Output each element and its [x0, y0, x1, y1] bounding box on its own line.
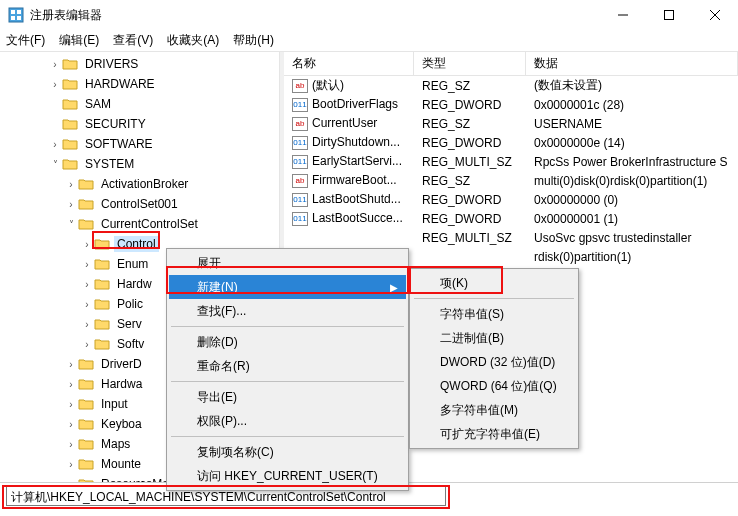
menu-expand[interactable]: 展开	[169, 251, 406, 275]
binary-value-icon: 011	[292, 98, 308, 112]
tree-item[interactable]: ›ControlSet001	[0, 194, 279, 214]
cell-name: ab(默认)	[284, 77, 414, 94]
titlebar: 注册表编辑器	[0, 0, 738, 30]
tree-expand-icon[interactable]: ›	[64, 199, 78, 210]
tree-expand-icon[interactable]: ›	[64, 459, 78, 470]
menu-view[interactable]: 查看(V)	[113, 32, 153, 49]
close-button[interactable]	[692, 0, 738, 30]
tree-item[interactable]: ˅CurrentControlSet	[0, 214, 279, 234]
cell-data: RpcSs Power BrokerInfrastructure S	[526, 155, 738, 169]
menu-favorites[interactable]: 收藏夹(A)	[167, 32, 219, 49]
svg-rect-2	[17, 10, 21, 14]
menu-help[interactable]: 帮助(H)	[233, 32, 274, 49]
svg-rect-6	[665, 11, 674, 20]
cell-type: REG_SZ	[414, 79, 526, 93]
menu-permissions[interactable]: 权限(P)...	[169, 409, 406, 433]
svg-rect-1	[11, 10, 15, 14]
menu-new-qword[interactable]: QWORD (64 位)值(Q)	[412, 374, 576, 398]
list-row[interactable]: 011DirtyShutdown...REG_DWORD0x0000000e (…	[284, 133, 738, 152]
tree-expand-icon[interactable]: ›	[80, 259, 94, 270]
menu-new-binary[interactable]: 二进制值(B)	[412, 326, 576, 350]
tree-expand-icon[interactable]: ›	[80, 239, 94, 250]
tree-item[interactable]: SAM	[0, 94, 279, 114]
tree-expand-icon[interactable]: ›	[64, 379, 78, 390]
maximize-button[interactable]	[646, 0, 692, 30]
tree-item-label: SOFTWARE	[82, 136, 156, 152]
tree-expand-icon[interactable]: ›	[80, 319, 94, 330]
cell-name: 011EarlyStartServi...	[284, 154, 414, 169]
list-row[interactable]: REG_MULTI_SZUsoSvc gpsvc trustedinstalle…	[284, 228, 738, 247]
tree-expand-icon[interactable]: ›	[48, 139, 62, 150]
column-header-data[interactable]: 数据	[526, 52, 738, 75]
minimize-button[interactable]	[600, 0, 646, 30]
tree-expand-icon[interactable]: ›	[64, 399, 78, 410]
cell-name: abFirmwareBoot...	[284, 173, 414, 188]
tree-expand-icon[interactable]: ›	[48, 79, 62, 90]
list-row[interactable]: 011BootDriverFlagsREG_DWORD0x0000001c (2…	[284, 95, 738, 114]
list-row[interactable]: 011LastBootShutd...REG_DWORD0x00000000 (…	[284, 190, 738, 209]
tree-item[interactable]: ˅SYSTEM	[0, 154, 279, 174]
menubar: 文件(F) 编辑(E) 查看(V) 收藏夹(A) 帮助(H)	[0, 30, 738, 52]
tree-expand-icon[interactable]: ›	[64, 419, 78, 430]
svg-rect-3	[11, 16, 15, 20]
tree-item-label: Control	[114, 236, 159, 252]
tree-item[interactable]: SECURITY	[0, 114, 279, 134]
tree-collapse-icon[interactable]: ˅	[64, 219, 78, 230]
tree-item-label: Softv	[114, 336, 147, 352]
tree-item[interactable]: ›SOFTWARE	[0, 134, 279, 154]
folder-icon	[94, 257, 110, 271]
cell-type: REG_SZ	[414, 117, 526, 131]
tree-collapse-icon[interactable]: ˅	[48, 159, 62, 170]
menu-edit[interactable]: 编辑(E)	[59, 32, 99, 49]
context-submenu-new: 项(K) 字符串值(S) 二进制值(B) DWORD (32 位)值(D) QW…	[409, 268, 579, 449]
tree-item-label: Hardwa	[98, 376, 145, 392]
menu-copy-key-name[interactable]: 复制项名称(C)	[169, 440, 406, 464]
tree-expand-icon[interactable]: ›	[64, 179, 78, 190]
menu-goto-hkcu[interactable]: 访问 HKEY_CURRENT_USER(T)	[169, 464, 406, 488]
tree-expand-icon[interactable]: ›	[80, 339, 94, 350]
menu-delete[interactable]: 删除(D)	[169, 330, 406, 354]
menu-new-string[interactable]: 字符串值(S)	[412, 302, 576, 326]
tree-item[interactable]: ›DRIVERS	[0, 54, 279, 74]
tree-item-label: Mounte	[98, 456, 144, 472]
menu-separator	[414, 298, 574, 299]
list-row[interactable]: abFirmwareBoot...REG_SZmulti(0)disk(0)rd…	[284, 171, 738, 190]
column-header-type[interactable]: 类型	[414, 52, 526, 75]
list-row[interactable]: abCurrentUserREG_SZUSERNAME	[284, 114, 738, 133]
tree-expand-icon[interactable]: ›	[64, 359, 78, 370]
menu-file[interactable]: 文件(F)	[6, 32, 45, 49]
menu-find[interactable]: 查找(F)...	[169, 299, 406, 323]
cell-type: REG_DWORD	[414, 212, 526, 226]
menu-new-multistring[interactable]: 多字符串值(M)	[412, 398, 576, 422]
folder-icon	[62, 57, 78, 71]
column-header-name[interactable]: 名称	[284, 52, 414, 75]
tree-expand-icon[interactable]: ›	[64, 439, 78, 450]
tree-expand-icon[interactable]: ›	[48, 59, 62, 70]
cell-type: REG_DWORD	[414, 136, 526, 150]
menu-separator	[171, 436, 404, 437]
list-row[interactable]: 011EarlyStartServi...REG_MULTI_SZRpcSs P…	[284, 152, 738, 171]
regedit-app-icon	[8, 7, 24, 23]
menu-new-key[interactable]: 项(K)	[412, 271, 576, 295]
cell-data: 0x0000001c (28)	[526, 98, 738, 112]
list-row[interactable]: ab(默认)REG_SZ(数值未设置)	[284, 76, 738, 95]
folder-icon	[78, 397, 94, 411]
menu-new-dword[interactable]: DWORD (32 位)值(D)	[412, 350, 576, 374]
folder-icon	[78, 417, 94, 431]
tree-expand-icon[interactable]: ›	[80, 279, 94, 290]
menu-rename[interactable]: 重命名(R)	[169, 354, 406, 378]
tree-item[interactable]: ›HARDWARE	[0, 74, 279, 94]
string-value-icon: ab	[292, 117, 308, 131]
folder-icon	[62, 137, 78, 151]
list-row[interactable]: 011LastBootSucce...REG_DWORD0x00000001 (…	[284, 209, 738, 228]
tree-expand-icon[interactable]: ›	[80, 299, 94, 310]
cell-type: REG_DWORD	[414, 193, 526, 207]
menu-export[interactable]: 导出(E)	[169, 385, 406, 409]
menu-new-expandstring[interactable]: 可扩充字符串值(E)	[412, 422, 576, 446]
tree-item[interactable]: ›ActivationBroker	[0, 174, 279, 194]
tree-expand-icon[interactable]: ›	[64, 479, 78, 483]
binary-value-icon: 011	[292, 155, 308, 169]
folder-icon	[78, 457, 94, 471]
menu-new[interactable]: 新建(N)▶	[169, 275, 406, 299]
tree-item-label: Enum	[114, 256, 151, 272]
